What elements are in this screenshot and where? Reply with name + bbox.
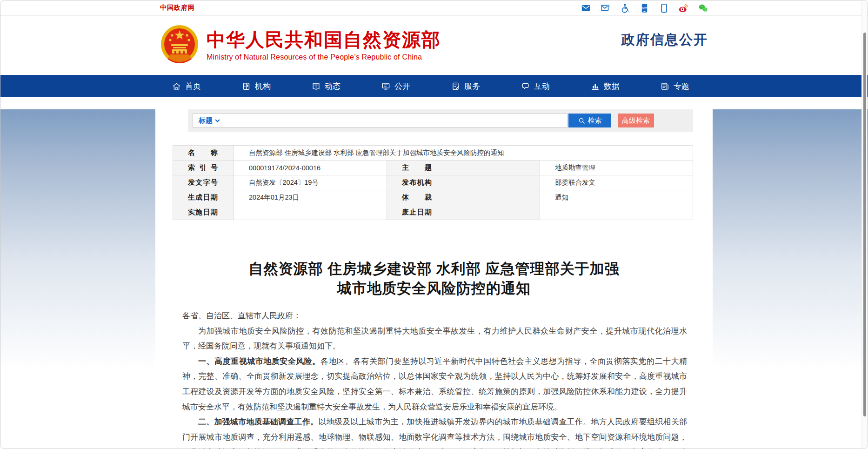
nav-label: 公开 <box>394 81 410 92</box>
paragraph-section-2: 二、加强城市地质基础调查工作。以地级及以上城市为主，加快推进城镇开发边界内的城市… <box>182 415 687 449</box>
nav-item-topics[interactable]: 专题 <box>661 75 689 97</box>
meta-value: 自然资源部 住房城乡建设部 水利部 应急管理部关于加强城市地质安全风险防控的通知 <box>234 146 693 161</box>
app-download-icon[interactable]: APP <box>639 3 649 13</box>
mail-icon[interactable] <box>581 3 591 13</box>
search-button[interactable]: 检索 <box>568 114 611 127</box>
nav-item-home[interactable]: 首页 <box>172 75 201 97</box>
browser-viewport: 中国政府网 APP <box>0 0 868 449</box>
table-row: 名称 自然资源部 住房城乡建设部 水利部 应急管理部关于加强城市地质安全风险防控… <box>173 146 693 161</box>
meta-value: 自然资发〔2024〕19号 <box>234 175 387 190</box>
ministry-subtitle: Ministry of Natural Resources of the Peo… <box>207 53 441 61</box>
svg-text:APP: APP <box>641 6 647 9</box>
meta-label: 废止日期 <box>387 205 540 220</box>
meta-value: 地质勘查管理 <box>540 161 693 175</box>
page-backdrop: 标题 检索 高级检索 名称 自然资源部 住房城乡建设部 水利部 应急管理部关于加… <box>0 109 868 449</box>
nav-label: 服务 <box>464 81 480 92</box>
search-icon <box>578 117 585 124</box>
meta-value: 000019174/2024-00016 <box>234 161 387 175</box>
weibo-icon[interactable] <box>678 3 688 13</box>
home-icon <box>172 82 181 91</box>
vertical-scrollbar <box>861 1 867 448</box>
nav-label: 数据 <box>604 81 620 92</box>
search-button-label: 检索 <box>588 116 602 125</box>
site-header: 中华人民共和国自然资源部 Ministry of Natural Resourc… <box>0 16 868 75</box>
meta-label: 体裁 <box>387 190 540 205</box>
meta-label: 实施日期 <box>173 205 234 220</box>
meta-value: 通知 <box>540 190 693 205</box>
nav-label: 首页 <box>185 81 201 92</box>
page-title: 政府信息公开 <box>621 31 708 49</box>
table-row: 生成日期 2024年01月23日 体裁 通知 <box>173 190 693 205</box>
meta-label: 名称 <box>173 146 234 161</box>
nav-item-data[interactable]: 数据 <box>591 75 620 97</box>
content-card: 标题 检索 高级检索 名称 自然资源部 住房城乡建设部 水利部 应急管理部关于加… <box>155 109 713 449</box>
nav-label: 专题 <box>674 81 689 92</box>
primary-nav: 首页 机构 动态 公开 服务 互动 <box>0 75 868 97</box>
paragraph-section-1: 一、高度重视城市地质安全风险。各地区、各有关部门要坚持以习近平新时代中国特色社会… <box>182 354 687 415</box>
utility-bar: 中国政府网 APP <box>0 0 868 16</box>
advanced-search-label: 高级检索 <box>622 116 650 125</box>
meta-value: 2024年01月23日 <box>234 190 387 205</box>
accessibility-icon[interactable] <box>620 3 630 13</box>
gov-portal-link[interactable]: 中国政府网 <box>160 4 195 12</box>
nav-item-org[interactable]: 机构 <box>242 75 271 97</box>
document-body: 各省、自治区、直辖市人民政府： 为加强城市地质安全风险防控，有效防范和坚决遏制重… <box>182 308 687 449</box>
mobile-icon[interactable] <box>659 3 669 13</box>
document-title-line1: 自然资源部 住房城乡建设部 水利部 应急管理部关于加强 <box>155 259 713 279</box>
service-icon <box>451 82 460 91</box>
disclosure-icon <box>381 82 390 91</box>
data-icon <box>591 82 600 91</box>
meta-value: 部委联合发文 <box>540 175 693 190</box>
national-emblem-logo <box>160 25 199 67</box>
meta-label: 生成日期 <box>173 190 234 205</box>
scrollbar-thumb[interactable] <box>863 33 866 416</box>
search-panel: 标题 检索 高级检索 <box>188 109 693 132</box>
news-icon <box>312 82 320 91</box>
table-row: 索引号 000019174/2024-00016 主题 地质勘查管理 <box>173 161 693 175</box>
utility-icons: APP <box>581 3 708 13</box>
nav-item-interact[interactable]: 互动 <box>521 75 550 97</box>
paragraph-intro: 为加强城市地质安全风险防控，有效防范和坚决遏制重特大地质安全事故发生，有力维护人… <box>182 324 687 354</box>
wechat-icon[interactable] <box>698 3 708 13</box>
search-field-label: 标题 <box>199 116 213 125</box>
table-row: 实施日期 废止日期 <box>173 205 693 220</box>
brand-block: 中华人民共和国自然资源部 Ministry of Natural Resourc… <box>207 29 441 61</box>
topics-icon <box>661 82 669 91</box>
nav-label: 互动 <box>534 81 550 92</box>
nav-label: 动态 <box>325 81 341 92</box>
chevron-down-icon <box>215 118 220 123</box>
mail-settings-icon[interactable] <box>600 3 610 13</box>
nav-item-news[interactable]: 动态 <box>312 75 341 97</box>
paragraph-salutation: 各省、自治区、直辖市人民政府： <box>182 308 687 324</box>
meta-label: 索引号 <box>173 161 234 175</box>
meta-label: 发布机构 <box>387 175 540 190</box>
nav-item-disclosure[interactable]: 公开 <box>381 75 410 97</box>
ministry-title: 中华人民共和国自然资源部 <box>207 29 441 50</box>
interact-icon <box>521 82 530 91</box>
advanced-search-button[interactable]: 高级检索 <box>618 114 654 127</box>
nav-item-service[interactable]: 服务 <box>451 75 480 97</box>
nav-label: 机构 <box>255 81 271 92</box>
document-title-line2: 城市地质安全风险防控的通知 <box>155 279 713 298</box>
meta-value <box>234 205 387 220</box>
org-icon <box>242 82 251 91</box>
meta-label: 主题 <box>387 161 540 175</box>
document-title: 自然资源部 住房城乡建设部 水利部 应急管理部关于加强 城市地质安全风险防控的通… <box>155 259 713 298</box>
meta-value <box>540 205 693 220</box>
document-meta-table: 名称 自然资源部 住房城乡建设部 水利部 应急管理部关于加强城市地质安全风险防控… <box>173 145 693 220</box>
search-field-selector[interactable]: 标题 <box>199 116 220 125</box>
table-row: 发文字号 自然资发〔2024〕19号 发布机构 部委联合发文 <box>173 175 693 190</box>
search-input[interactable]: 标题 <box>193 114 568 127</box>
meta-label: 发文字号 <box>173 175 234 190</box>
